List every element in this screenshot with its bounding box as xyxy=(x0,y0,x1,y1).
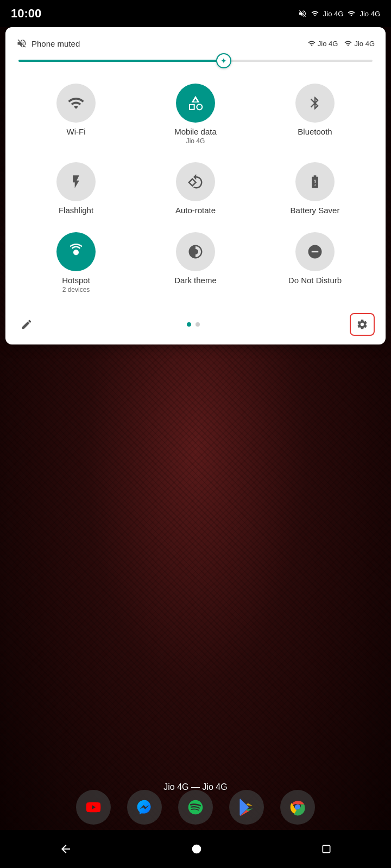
tile-mobile-data-label: Mobile data xyxy=(174,127,217,136)
brightness-fill xyxy=(18,60,224,62)
tile-hotspot-circle xyxy=(56,232,96,271)
tile-bluetooth[interactable]: Bluetooth xyxy=(255,77,375,151)
phone-muted-indicator: Phone muted xyxy=(16,38,80,49)
phone-muted-text: Phone muted xyxy=(31,39,80,48)
dock-chrome[interactable] xyxy=(280,790,315,825)
navigation-bar xyxy=(0,830,391,868)
qs-tiles-grid: Wi-Fi Mobile data Jio 4G Bluetooth Flash… xyxy=(16,77,375,300)
tile-wifi[interactable]: Wi-Fi xyxy=(16,77,136,151)
tile-auto-rotate-circle xyxy=(176,162,215,201)
brightness-slider-row[interactable]: ✦ xyxy=(16,60,375,62)
tile-dark-theme-circle xyxy=(176,232,215,271)
qs-settings-button[interactable] xyxy=(350,313,375,336)
tile-dark-theme-label: Dark theme xyxy=(174,276,217,285)
tile-hotspot-label: Hotspot xyxy=(62,276,90,285)
qs-signal2-icon xyxy=(344,40,352,47)
app-dock xyxy=(0,790,391,825)
tile-hotspot-sublabel: 2 devices xyxy=(62,286,90,293)
tile-flashlight-circle xyxy=(56,162,96,201)
tile-dark-theme[interactable]: Dark theme xyxy=(136,226,255,300)
status-time: 10:00 xyxy=(11,7,41,21)
qs-signal1-icon xyxy=(308,40,316,47)
tile-mobile-data[interactable]: Mobile data Jio 4G xyxy=(136,77,255,151)
qs-signal2-text: Jio 4G xyxy=(354,40,375,48)
brightness-sun-icon: ✦ xyxy=(220,56,227,65)
qs-signal1-text: Jio 4G xyxy=(318,40,338,48)
phone-muted-icon xyxy=(16,38,27,49)
dot-inactive xyxy=(195,322,200,327)
qs-signal1: Jio 4G xyxy=(308,40,338,48)
tile-flashlight[interactable]: Flashlight xyxy=(16,156,136,221)
qs-edit-button[interactable] xyxy=(16,314,37,335)
status-right-icons: Jio 4G Jio 4G xyxy=(298,9,380,18)
tile-dnd-label: Do Not Disturb xyxy=(288,276,342,285)
brightness-track[interactable]: ✦ xyxy=(18,60,373,62)
tile-dnd[interactable]: Do Not Disturb xyxy=(255,226,375,300)
dock-play-store[interactable] xyxy=(229,790,264,825)
tile-flashlight-label: Flashlight xyxy=(59,206,93,215)
qs-header: Phone muted Jio 4G Jio 4G xyxy=(16,38,375,49)
quick-settings-panel: Phone muted Jio 4G Jio 4G ✦ xyxy=(5,27,386,344)
signal2-label: Jio 4G xyxy=(360,10,380,18)
nav-back-button[interactable] xyxy=(59,843,72,856)
nav-home-button[interactable] xyxy=(191,844,202,854)
dot-active xyxy=(187,322,191,327)
signal2-icon xyxy=(348,10,355,17)
signal1-icon xyxy=(311,10,319,17)
mute-icon xyxy=(298,9,307,18)
tile-wifi-label: Wi-Fi xyxy=(67,127,86,136)
qs-bottom-bar xyxy=(16,311,375,336)
tile-wifi-circle xyxy=(56,84,96,123)
tile-auto-rotate-label: Auto-rotate xyxy=(175,206,216,215)
tile-battery-saver-circle xyxy=(295,162,335,201)
nav-recents-button[interactable] xyxy=(321,844,332,854)
qs-signal-info: Jio 4G Jio 4G xyxy=(308,40,375,48)
brightness-thumb[interactable]: ✦ xyxy=(216,53,231,68)
tile-bluetooth-label: Bluetooth xyxy=(298,127,332,136)
dock-youtube[interactable] xyxy=(76,790,111,825)
tile-mobile-data-circle xyxy=(176,84,215,123)
tile-battery-saver-label: Battery Saver xyxy=(291,206,340,215)
tile-battery-saver[interactable]: Battery Saver xyxy=(255,156,375,221)
tile-auto-rotate[interactable]: Auto-rotate xyxy=(136,156,255,221)
tile-bluetooth-circle xyxy=(295,84,335,123)
tile-hotspot[interactable]: Hotspot 2 devices xyxy=(16,226,136,300)
qs-signal2: Jio 4G xyxy=(344,40,375,48)
qs-page-dots xyxy=(187,322,200,327)
status-bar: 10:00 Jio 4G Jio 4G xyxy=(0,0,391,27)
tile-dnd-circle xyxy=(295,232,335,271)
dock-messenger[interactable] xyxy=(127,790,162,825)
svg-rect-2 xyxy=(323,845,330,852)
signal1-label: Jio 4G xyxy=(323,10,344,18)
dock-spotify[interactable] xyxy=(178,790,213,825)
tile-mobile-data-sublabel: Jio 4G xyxy=(186,137,205,145)
svg-point-1 xyxy=(192,845,201,854)
